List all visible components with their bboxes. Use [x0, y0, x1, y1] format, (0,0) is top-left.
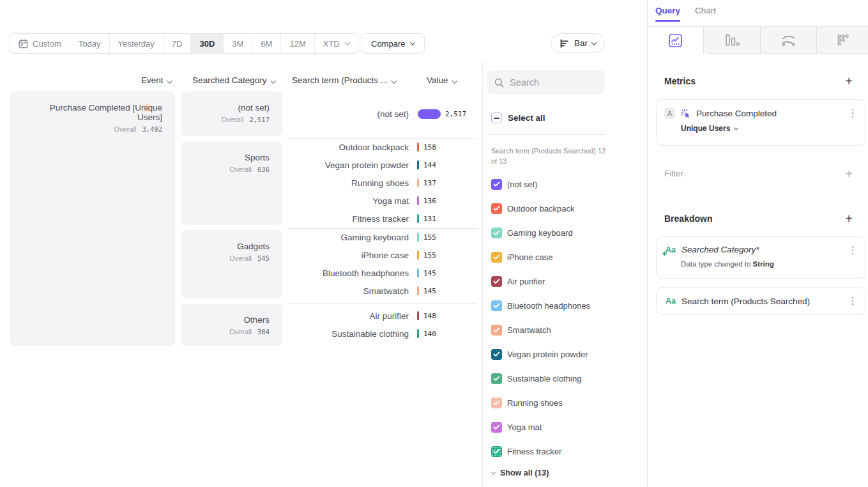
- column-header-category[interactable]: Searched Category: [181, 75, 275, 85]
- table-row[interactable]: Air purifier 148: [287, 307, 479, 325]
- table-row[interactable]: Smartwatch 145: [287, 282, 479, 300]
- select-all-checkbox[interactable]: Select all: [491, 112, 545, 123]
- chevron-down-icon: [270, 78, 275, 83]
- value-bar: [417, 268, 419, 277]
- value-bar: [417, 214, 419, 223]
- flows-icon: [781, 34, 796, 47]
- checked-checkbox-icon: [491, 398, 502, 408]
- checked-checkbox-icon: [491, 446, 502, 457]
- chevron-down-icon: [591, 40, 597, 45]
- filter-checkbox-item[interactable]: Yoga mat: [491, 421, 542, 433]
- date-range-yesterday[interactable]: Yesterday: [110, 34, 164, 53]
- chevron-down-icon: [452, 78, 457, 83]
- date-range-today[interactable]: Today: [70, 34, 110, 53]
- filter-checkbox-item[interactable]: Air purifier: [491, 275, 545, 287]
- indeterminate-checkbox-icon: [491, 112, 502, 123]
- kebab-menu-icon[interactable]: ⋮: [848, 108, 858, 118]
- kebab-menu-icon[interactable]: ⋮: [848, 245, 858, 256]
- filter-checkbox-item[interactable]: Bluetooth headphones: [491, 300, 590, 311]
- filter-checkbox-item[interactable]: Smartwatch: [491, 324, 551, 336]
- checked-checkbox-icon: [491, 276, 502, 287]
- checked-checkbox-icon: [491, 179, 502, 190]
- date-range-3m[interactable]: 3M: [224, 34, 252, 53]
- event-name: Purchase Completed [Unique Users]: [22, 103, 162, 122]
- filter-checkbox-item[interactable]: Outdoor backpack: [491, 203, 575, 214]
- tab-insights[interactable]: [648, 27, 704, 54]
- chevron-down-icon: [392, 78, 397, 83]
- checked-checkbox-icon: [491, 228, 502, 238]
- table-row[interactable]: Running shoes 137: [287, 174, 479, 192]
- table-row[interactable]: Vegan protein powder 144: [287, 156, 479, 174]
- tab-retention[interactable]: [816, 27, 868, 54]
- column-header-term[interactable]: Search term (Products ...: [292, 75, 396, 85]
- filter-checkbox-item[interactable]: Fitness tracker: [491, 445, 561, 457]
- compare-label: Compare: [371, 39, 405, 49]
- add-filter-button[interactable]: +: [842, 167, 855, 180]
- category-cell[interactable]: Gadgets Overall545: [181, 230, 282, 298]
- table-row[interactable]: Yoga mat 136: [287, 192, 479, 210]
- search-box[interactable]: [487, 70, 605, 95]
- chevron-down-icon: [345, 40, 350, 45]
- category-cell[interactable]: (not set) Overall2,517: [181, 91, 282, 136]
- chevron-down-icon: [491, 470, 496, 474]
- date-range-7d[interactable]: 7D: [164, 34, 192, 53]
- tab-query[interactable]: Query: [655, 6, 680, 15]
- filter-checkbox-item[interactable]: Gaming keyboard: [491, 227, 573, 238]
- category-cell[interactable]: Sports Overall636: [181, 141, 282, 225]
- calendar-icon: [19, 39, 28, 49]
- table-row[interactable]: iPhone case 155: [287, 246, 479, 264]
- filter-checkbox-item[interactable]: (not set): [491, 178, 538, 190]
- search-input[interactable]: [510, 77, 593, 88]
- tab-funnels[interactable]: [704, 27, 760, 54]
- table-row[interactable]: (not set) 2,517: [287, 105, 479, 123]
- metric-card[interactable]: A Purchase Completed ⋮ Unique Users: [656, 99, 866, 146]
- checked-checkbox-icon: [491, 252, 502, 263]
- date-range-12m[interactable]: 12M: [281, 34, 314, 53]
- divider: [487, 134, 605, 135]
- filter-checkbox-item[interactable]: Sustainable clothing: [491, 373, 581, 384]
- event-click-icon: [681, 109, 690, 118]
- table-row[interactable]: Gaming keyboard 155: [287, 228, 479, 246]
- date-range-30d[interactable]: 30D: [191, 34, 224, 53]
- value-bar: [417, 160, 419, 169]
- date-range-group: CustomTodayYesterday7D30D3M6M12MXTD: [10, 33, 358, 54]
- bar-horizontal-icon: [560, 39, 570, 48]
- category-cell[interactable]: Others Overall384: [181, 304, 282, 346]
- active-tab-underline: [655, 20, 680, 22]
- measure-select[interactable]: Unique Users: [681, 124, 865, 133]
- analytics-app: CustomTodayYesterday7D30D3M6M12MXTD Comp…: [0, 0, 868, 487]
- table-row[interactable]: Bluetooth headphones 145: [287, 264, 479, 282]
- retention-icon: [836, 33, 849, 47]
- add-breakdown-button[interactable]: +: [842, 212, 855, 225]
- compare-button[interactable]: Compare: [361, 33, 425, 54]
- event-cell[interactable]: Purchase Completed [Unique Users] Overal…: [10, 91, 175, 346]
- show-all-button[interactable]: Show all (13): [492, 468, 549, 477]
- tab-flows[interactable]: [760, 27, 816, 54]
- value-bar: [417, 329, 419, 338]
- table-row[interactable]: Fitness tracker 131: [287, 210, 479, 228]
- date-range-custom[interactable]: Custom: [10, 34, 70, 53]
- table-row[interactable]: Outdoor backpack 158: [287, 138, 479, 156]
- breakdown-card[interactable]: Aa∗ Searched Category* ⋮ Data type chang…: [656, 236, 866, 279]
- value-bar: [417, 251, 419, 259]
- filter-checkbox-item[interactable]: iPhone case: [491, 251, 553, 263]
- column-header-value[interactable]: Value: [427, 75, 456, 85]
- breakdown-subtext: Data type changed to String: [681, 260, 865, 268]
- add-metric-button[interactable]: +: [842, 75, 855, 88]
- date-range-xtd[interactable]: XTD: [315, 34, 358, 53]
- divider: [287, 303, 477, 304]
- chart-type-select[interactable]: Bar: [551, 33, 605, 53]
- filter-checkbox-item[interactable]: Vegan protein powder: [491, 348, 588, 360]
- breakdown-card[interactable]: Aa Search term (Products Searched) ⋮: [656, 287, 866, 315]
- date-range-6m[interactable]: 6M: [252, 34, 281, 53]
- kebab-menu-icon[interactable]: ⋮: [848, 296, 858, 306]
- value-bar: [417, 311, 419, 320]
- tab-chart[interactable]: Chart: [695, 6, 716, 15]
- metrics-heading: Metrics: [664, 76, 696, 86]
- insights-icon: [669, 34, 682, 47]
- filter-checkbox-item[interactable]: Running shoes: [491, 397, 563, 408]
- value-bar: [417, 286, 419, 295]
- column-header-event[interactable]: Event: [10, 75, 171, 85]
- table-row[interactable]: Sustainable clothing 140: [287, 325, 479, 343]
- report-type-tabs: [648, 26, 868, 54]
